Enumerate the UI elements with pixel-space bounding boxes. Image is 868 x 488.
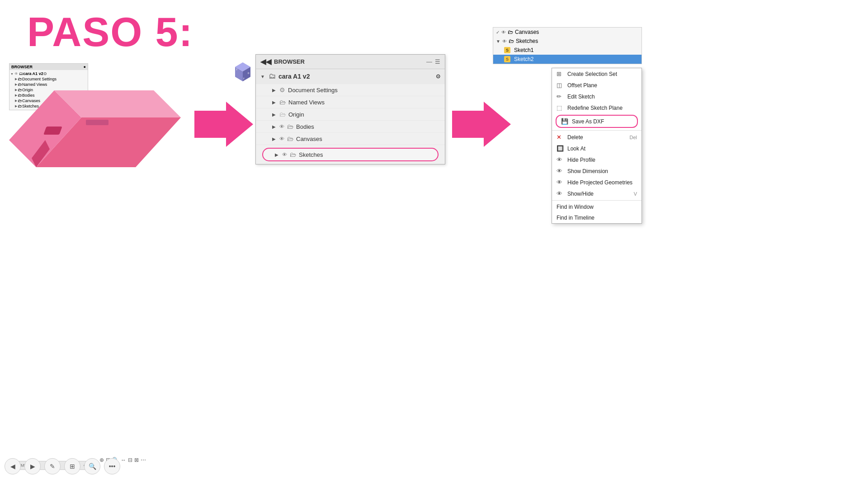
hide-profile-label: Hide Profile (567, 157, 637, 163)
save-dxf-wrapper: 💾 Save As DXF (552, 113, 642, 129)
browser-menu-icon[interactable]: ☰ (435, 58, 440, 65)
bodies-label: Bodies (296, 123, 440, 130)
canvases-folder-icon: 🗁 (287, 135, 293, 142)
context-look-at[interactable]: 🔲 Look At (552, 143, 642, 154)
browser-root-item[interactable]: ▼ 🗂 cara A1 v2 ⊙ (256, 69, 445, 84)
viewcube: T F R (231, 59, 255, 84)
canvases-label: Canvases (296, 136, 440, 142)
context-divider1 (552, 130, 642, 131)
named-views-label: Named Views (288, 99, 440, 106)
context-show-hide[interactable]: 👁 Show/Hide V (552, 188, 642, 199)
show-hide-shortcut: V (634, 191, 637, 197)
bodies-expand-icon[interactable]: ▶ (272, 124, 276, 129)
create-selection-icon: ⊞ (557, 70, 564, 77)
context-save-as-dxf[interactable]: 💾 Save As DXF (556, 115, 638, 128)
browser-row-named-views[interactable]: ▶ 🗁 Named Views (256, 96, 445, 108)
bodies-folder-icon: 🗁 (287, 123, 293, 130)
browser-minimize-icon[interactable]: — (426, 58, 432, 65)
browser-row-doc-settings[interactable]: ▶ ⚙ Document Settings (256, 84, 445, 96)
browser-header-left: ◀◀ BROWSER (260, 57, 305, 66)
right-tree-canvases[interactable]: ✓ 👁 🗁 Canvases (493, 28, 642, 37)
show-dimension-icon: 👁 (557, 168, 564, 174)
browser-row-bodies[interactable]: ▶ 👁 🗁 Bodies (256, 121, 445, 133)
context-divider2 (552, 200, 642, 201)
right-tree-panel: ✓ 👁 🗁 Canvases ▼ 👁 🗁 Sketches S Sketch1 … (493, 27, 642, 64)
doc-expand-icon[interactable]: ▶ (272, 88, 276, 93)
browser-collapse-icon[interactable]: ◀◀ (260, 57, 271, 66)
context-find-timeline[interactable]: Find in Timeline (552, 212, 642, 223)
sketches-eye-right[interactable]: 👁 (502, 39, 507, 44)
sketches-folder-right: 🗁 (509, 38, 514, 44)
mtb-icon5[interactable]: ⊟ (128, 457, 132, 463)
find-window-label: Find in Window (557, 204, 637, 210)
arrow2 (452, 99, 511, 149)
origin-label: Origin (288, 111, 440, 118)
arrow1 (194, 99, 253, 149)
doc-settings-label: Document Settings (288, 87, 440, 94)
redefine-icon: ⬚ (557, 104, 564, 111)
sketches-label: Sketches (299, 151, 433, 158)
nav-grid-button[interactable]: ⊞ (64, 458, 80, 474)
nav-back-button[interactable]: ◀ (5, 458, 21, 474)
delete-shortcut: Del (629, 135, 637, 140)
sketch1-label: Sketch1 (514, 47, 533, 53)
browser-title: BROWSER (274, 58, 305, 65)
svg-text:T: T (236, 68, 238, 71)
browser-row-sketches[interactable]: ▶ 👁 🗁 Sketches (262, 148, 439, 161)
browser-row-origin[interactable]: ▶ 🗁 Origin (256, 108, 445, 121)
svg-text:F: F (243, 77, 245, 80)
3d-model-area (9, 68, 199, 185)
named-views-folder-icon: 🗁 (279, 99, 286, 106)
nav-search-button[interactable]: 🔍 (84, 458, 100, 474)
sketches-check-right: ▼ (496, 39, 500, 44)
right-tree-sketch2[interactable]: S Sketch2 (493, 55, 642, 64)
context-redefine-sketch-plane[interactable]: ⬚ Redefine Sketch Plane (552, 102, 642, 113)
root-expand-icon[interactable]: ▼ (260, 74, 265, 79)
sketches-expand-icon[interactable]: ▶ (275, 152, 278, 157)
context-hide-projected[interactable]: 👁 Hide Projected Geometries (552, 177, 642, 188)
page-title: PASO 5: (27, 9, 193, 56)
mtb-icon4[interactable]: ↔ (121, 457, 126, 463)
origin-expand-icon[interactable]: ▶ (272, 112, 276, 117)
right-tree-sketch1[interactable]: S Sketch1 (493, 46, 642, 55)
root-item-icon: 🗂 (269, 72, 276, 80)
svg-rect-4 (43, 127, 62, 135)
canvases-label: Canvases (515, 29, 539, 35)
context-find-window[interactable]: Find in Window (552, 202, 642, 212)
sketches-eye-icon[interactable]: 👁 (282, 152, 287, 157)
canvases-expand-icon[interactable]: ▶ (272, 136, 276, 141)
svg-text:R: R (248, 72, 250, 75)
delete-icon: ✕ (557, 134, 564, 141)
named-views-expand-icon[interactable]: ▶ (272, 100, 276, 105)
browser-row-canvases[interactable]: ▶ 👁 🗁 Canvases (256, 133, 445, 145)
browser-header-right: — ☰ (426, 58, 440, 65)
3d-model-svg (9, 68, 190, 185)
context-hide-profile[interactable]: 👁 Hide Profile (552, 154, 642, 165)
mtb-icon7[interactable]: ⋯ (141, 457, 146, 463)
look-at-icon: 🔲 (557, 145, 564, 152)
edit-sketch-label: Edit Sketch (567, 94, 637, 100)
canvases-eye[interactable]: 👁 (501, 30, 506, 35)
mtb-icon6[interactable]: ⊠ (134, 457, 139, 463)
nav-forward-button[interactable]: ▶ (24, 458, 41, 474)
save-dxf-label: Save As DXF (572, 118, 632, 125)
context-offset-plane[interactable]: ◫ Offset Plane (552, 80, 642, 91)
svg-marker-13 (452, 102, 511, 147)
nav-edit-button[interactable]: ✎ (44, 458, 61, 474)
context-create-selection-set[interactable]: ⊞ Create Selection Set (552, 68, 642, 80)
context-edit-sketch[interactable]: ✏ Edit Sketch (552, 91, 642, 102)
context-show-dimension[interactable]: 👁 Show Dimension (552, 165, 642, 177)
sketches-label-right: Sketches (516, 38, 538, 44)
bodies-eye-icon[interactable]: 👁 (279, 124, 284, 129)
context-delete[interactable]: ✕ Delete Del (552, 131, 642, 143)
hide-profile-icon: 👁 (557, 156, 564, 163)
nav-more-button[interactable]: ••• (104, 458, 120, 474)
right-tree-sketches[interactable]: ▼ 👁 🗁 Sketches (493, 37, 642, 46)
center-browser-panel: ◀◀ BROWSER — ☰ ▼ 🗂 cara A1 v2 ⊙ ▶ ⚙ Docu… (255, 54, 445, 164)
sketch2-label: Sketch2 (514, 56, 533, 62)
sketch2-icon: S (504, 56, 510, 62)
bottom-navigation: ◀ ▶ ✎ ⊞ 🔍 ••• (5, 458, 120, 474)
context-menu: ⊞ Create Selection Set ◫ Offset Plane ✏ … (552, 68, 642, 224)
doc-folder-icon: ⚙ (279, 86, 285, 94)
canvases-eye-icon[interactable]: 👁 (279, 136, 284, 141)
